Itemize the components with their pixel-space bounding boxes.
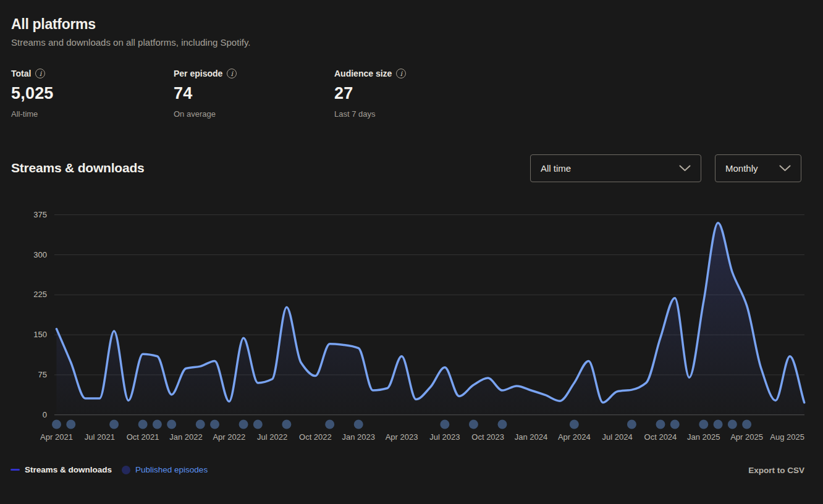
published-episode-dot[interactable] <box>282 420 291 429</box>
published-episode-dot[interactable] <box>440 420 449 429</box>
y-axis-tick-label: 150 <box>0 330 47 339</box>
chevron-down-icon <box>679 165 691 172</box>
published-episode-dot[interactable] <box>253 420 263 429</box>
episodes-legend-marker-icon <box>122 466 130 474</box>
published-episode-dot[interactable] <box>325 420 334 429</box>
stat-total: Total i 5,025 All-time <box>11 69 174 119</box>
y-axis-tick-label: 300 <box>0 250 47 259</box>
header: All platforms Streams and downloads on a… <box>11 16 250 48</box>
published-episode-dot[interactable] <box>714 420 723 429</box>
published-episode-dot[interactable] <box>109 420 119 429</box>
info-icon[interactable]: i <box>396 69 406 78</box>
stat-audience-size-sublabel: Last 7 days <box>334 109 406 119</box>
legend-streams-label: Streams & downloads <box>25 465 112 474</box>
published-episode-dot[interactable] <box>570 420 579 429</box>
stat-per-episode-sublabel: On average <box>174 109 334 119</box>
stat-audience-size-value: 27 <box>334 84 406 103</box>
section-title: Streams & downloads <box>11 161 145 175</box>
published-episode-dot[interactable] <box>52 420 61 429</box>
info-icon[interactable]: i <box>35 69 45 78</box>
streams-legend-marker-icon <box>11 469 20 471</box>
chevron-down-icon <box>779 165 791 172</box>
published-episode-dot[interactable] <box>239 420 248 429</box>
stat-audience-size-label: Audience size <box>334 69 392 78</box>
stat-audience-size: Audience size i 27 Last 7 days <box>334 69 406 119</box>
interval-value: Monthly <box>725 163 758 174</box>
published-episode-dot[interactable] <box>66 420 75 429</box>
x-axis-tick-label: Aug 2025 <box>730 432 804 442</box>
published-episode-dot[interactable] <box>656 420 665 429</box>
published-episode-dot[interactable] <box>210 420 219 429</box>
export-csv-button[interactable]: Export to CSV <box>748 466 804 475</box>
page-subtitle: Streams and downloads on all platforms, … <box>11 37 250 48</box>
published-episode-dot[interactable] <box>728 420 737 429</box>
published-episode-dot[interactable] <box>497 420 507 429</box>
y-axis-tick-label: 0 <box>0 410 47 419</box>
stat-per-episode-value: 74 <box>174 84 334 103</box>
y-axis-tick-label: 375 <box>0 210 47 219</box>
published-episode-dot[interactable] <box>138 420 148 429</box>
published-episode-dot[interactable] <box>167 420 176 429</box>
published-episode-dot[interactable] <box>153 420 162 429</box>
published-episode-dot[interactable] <box>354 420 363 429</box>
stat-total-label: Total <box>11 69 31 78</box>
interval-dropdown[interactable]: Monthly <box>715 154 801 182</box>
stat-per-episode-label: Per episode <box>174 69 222 78</box>
published-episode-dot[interactable] <box>699 420 708 429</box>
y-axis-tick-label: 225 <box>0 290 47 299</box>
chart-legend: Streams & downloads Published episodes <box>11 465 208 474</box>
stat-per-episode: Per episode i 74 On average <box>174 69 334 119</box>
published-episode-dot[interactable] <box>196 420 205 429</box>
stat-total-sublabel: All-time <box>11 109 174 119</box>
published-episode-dot[interactable] <box>469 420 478 429</box>
stats-row: Total i 5,025 All-time Per episode i 74 … <box>11 69 406 119</box>
legend-episodes-label[interactable]: Published episodes <box>135 465 208 474</box>
page-title: All platforms <box>11 16 250 33</box>
info-icon[interactable]: i <box>227 69 237 78</box>
y-axis-tick-label: 75 <box>0 370 47 379</box>
stat-total-value: 5,025 <box>11 84 174 103</box>
time-range-dropdown[interactable]: All time <box>530 154 701 182</box>
published-episode-dot[interactable] <box>742 420 751 429</box>
time-range-value: All time <box>541 163 571 174</box>
published-episode-dot[interactable] <box>627 420 636 429</box>
published-episode-dot[interactable] <box>670 420 680 429</box>
